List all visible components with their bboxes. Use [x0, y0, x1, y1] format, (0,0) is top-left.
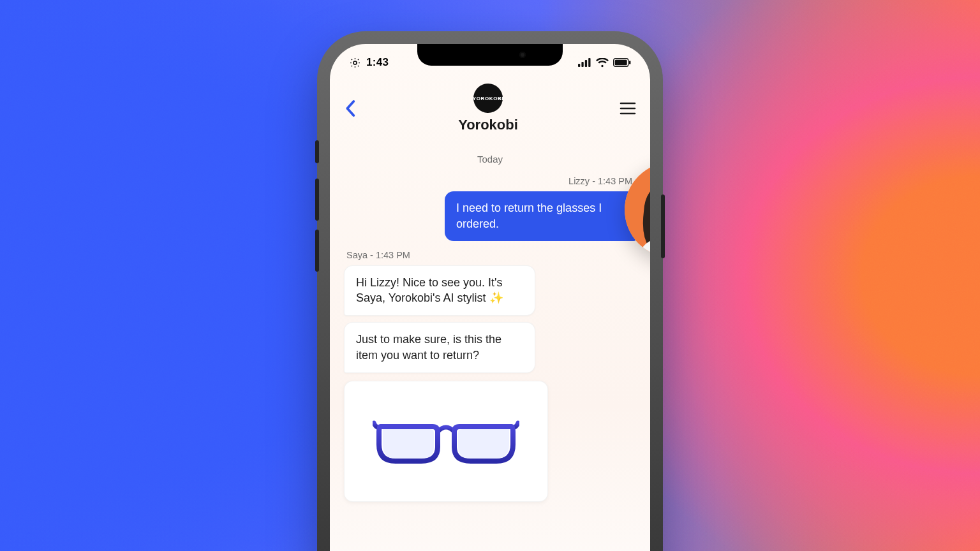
brand-name: Yorokobi: [458, 117, 518, 133]
nav-header: YOROKOBI Yorokobi: [330, 75, 650, 143]
svg-rect-2: [581, 62, 583, 67]
phone-frame: 1:43 YOROKOBI Yorokobi: [321, 35, 659, 551]
user-message-bubble[interactable]: I need to return the glasses I ordered.: [445, 191, 636, 241]
glasses-icon: [373, 413, 519, 470]
phone-mute-switch: [315, 140, 319, 163]
agent-message-meta: Saya - 1:43 PM: [346, 250, 636, 260]
agent-message-bubble[interactable]: Hi Lizzy! Nice to see you. It's Saya, Yo…: [344, 265, 535, 316]
svg-rect-3: [585, 60, 587, 67]
user-message-meta: Lizzy - 1:43 PM: [344, 176, 632, 186]
back-button[interactable]: [344, 99, 357, 117]
chat-thread: Today Lizzy - 1:43 PM I need to return t…: [330, 143, 650, 502]
svg-rect-7: [629, 61, 630, 64]
brand-logo-text: YOROKOBI: [473, 96, 503, 101]
battery-icon: [613, 58, 631, 67]
phone-notch: [417, 44, 563, 66]
svg-point-0: [353, 61, 357, 64]
svg-rect-4: [588, 58, 590, 67]
menu-button[interactable]: [620, 101, 636, 115]
brand-header: YOROKOBI Yorokobi: [458, 84, 518, 133]
svg-rect-1: [578, 64, 580, 67]
wifi-icon: [596, 58, 609, 68]
gear-icon: [349, 57, 361, 69]
phone-power-button: [661, 195, 665, 258]
date-divider: Today: [344, 154, 636, 165]
status-time: 1:43: [366, 56, 389, 69]
product-card-glasses[interactable]: [344, 381, 548, 502]
cellular-signal-icon: [578, 58, 591, 67]
svg-rect-6: [615, 60, 627, 66]
phone-volume-down: [315, 230, 319, 272]
phone-screen: 1:43 YOROKOBI Yorokobi: [330, 44, 650, 551]
agent-message-bubble[interactable]: Just to make sure, is this the item you …: [344, 322, 535, 373]
brand-logo: YOROKOBI: [473, 84, 503, 113]
phone-volume-up: [315, 179, 319, 221]
